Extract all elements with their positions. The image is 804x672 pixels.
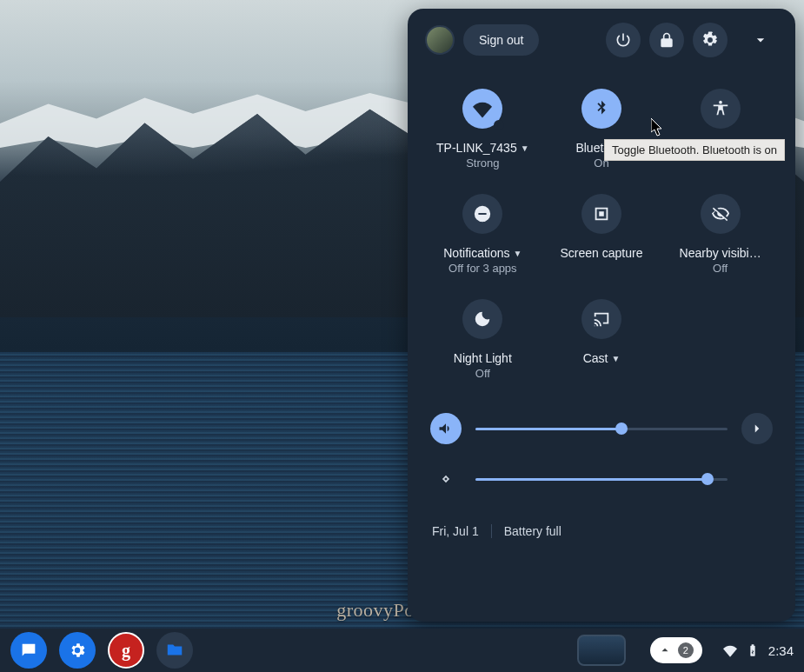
wifi-caret-icon: ▼ <box>521 143 529 153</box>
screencapture-icon <box>592 204 611 223</box>
tile-nearby[interactable]: Nearby visibi… Off <box>661 178 780 283</box>
bluetooth-toggle[interactable] <box>581 89 621 129</box>
visibility-off-icon <box>711 204 730 223</box>
notifications-toggle[interactable] <box>462 194 502 234</box>
footer-divider <box>491 524 492 538</box>
sliders-section <box>420 389 783 521</box>
taskbar-groovypost[interactable]: g <box>108 632 144 669</box>
nearby-label: Nearby visibi… <box>680 246 761 260</box>
volume-icon <box>437 420 455 437</box>
wifi-icon <box>473 99 492 118</box>
quick-settings-panel: Sign out TP-LINK_7435▼ <box>408 9 795 622</box>
nearby-toggle[interactable] <box>701 194 741 234</box>
cast-button[interactable] <box>581 299 621 339</box>
taskbar-settings[interactable] <box>59 632 96 669</box>
tiles-grid: TP-LINK_7435▼ Strong Bluetooth On Access… <box>420 64 783 389</box>
wifi-sub: Strong <box>466 156 499 170</box>
cast-label: Cast▼ <box>583 351 621 365</box>
avatar[interactable] <box>425 25 455 55</box>
chevron-down-icon <box>752 31 769 49</box>
tile-notifications[interactable]: Notifications▼ Off for 3 apps <box>423 178 542 283</box>
nightlight-sub: Off <box>475 367 490 380</box>
status-pill[interactable]: 2 <box>650 637 702 663</box>
footer-battery: Battery full <box>504 524 561 538</box>
power-button[interactable] <box>606 23 641 57</box>
messages-icon <box>19 641 38 660</box>
tile-accessibility[interactable]: Accessibility <box>661 73 780 178</box>
wifi-toggle[interactable] <box>462 89 502 129</box>
nightlight-label: Night Light <box>454 351 512 365</box>
lock-button[interactable] <box>649 23 684 57</box>
brightness-icon <box>437 470 455 488</box>
lock-icon <box>658 31 675 49</box>
taskbar-desktop-preview[interactable] <box>577 635 626 666</box>
screencapture-button[interactable] <box>581 194 621 234</box>
volume-icon-button[interactable] <box>430 413 462 444</box>
collapse-button[interactable] <box>743 23 778 57</box>
notif-count: 2 <box>678 642 694 658</box>
notifications-label: Notifications▼ <box>443 246 522 260</box>
power-icon <box>615 31 632 49</box>
tile-cast[interactable]: Cast▼ <box>542 283 661 389</box>
gear-icon <box>68 641 87 660</box>
mouse-cursor <box>651 118 665 137</box>
tile-bluetooth[interactable]: Bluetooth On <box>542 73 661 178</box>
bluetooth-tooltip: Toggle Bluetooth. Bluetooth is on <box>604 139 785 161</box>
footer-date: Fri, Jul 1 <box>432 524 479 538</box>
dnd-icon <box>473 204 492 223</box>
notifications-caret-icon: ▼ <box>514 249 522 258</box>
brightness-icon-button[interactable] <box>430 463 462 495</box>
audio-settings-button[interactable] <box>741 413 773 444</box>
panel-footer: Fri, Jul 1 Battery full <box>420 521 783 542</box>
accessibility-toggle[interactable] <box>701 89 741 129</box>
wifi-tray-icon <box>723 643 737 657</box>
screencapture-label: Screen capture <box>561 246 643 260</box>
sign-out-button[interactable]: Sign out <box>463 24 539 56</box>
brightness-slider[interactable] <box>475 478 728 481</box>
tile-nightlight[interactable]: Night Light Off <box>423 283 542 389</box>
system-tray[interactable]: 2:34 <box>723 643 794 658</box>
battery-tray-icon <box>746 643 760 657</box>
nightlight-icon <box>473 309 492 329</box>
gear-icon <box>701 31 719 49</box>
nearby-sub: Off <box>713 262 728 275</box>
accessibility-icon <box>711 99 730 118</box>
taskbar-files[interactable] <box>156 632 193 669</box>
tray-time: 2:34 <box>768 643 794 658</box>
panel-header: Sign out <box>420 23 783 64</box>
desktop: groovyPost.com Sign out <box>0 0 804 672</box>
notifications-sub: Off for 3 apps <box>449 262 517 275</box>
brightness-row <box>430 463 773 495</box>
cast-icon <box>592 309 611 329</box>
cast-caret-icon: ▼ <box>611 354 620 363</box>
wifi-label: TP-LINK_7435▼ <box>436 141 529 155</box>
chevron-right-icon <box>749 421 765 436</box>
bluetooth-icon <box>592 99 611 118</box>
volume-row <box>430 413 773 444</box>
tile-screencapture[interactable]: Screen capture <box>542 178 661 283</box>
nightlight-toggle[interactable] <box>462 299 502 339</box>
folder-icon <box>165 641 184 660</box>
caret-up-icon <box>659 644 671 656</box>
taskbar-messages[interactable] <box>10 632 47 669</box>
taskbar: g 2 2:34 <box>0 629 804 672</box>
wifi-lock-badge <box>494 120 504 130</box>
tile-wifi[interactable]: TP-LINK_7435▼ Strong <box>423 73 542 178</box>
settings-button[interactable] <box>693 23 728 57</box>
volume-slider[interactable] <box>475 428 728 430</box>
